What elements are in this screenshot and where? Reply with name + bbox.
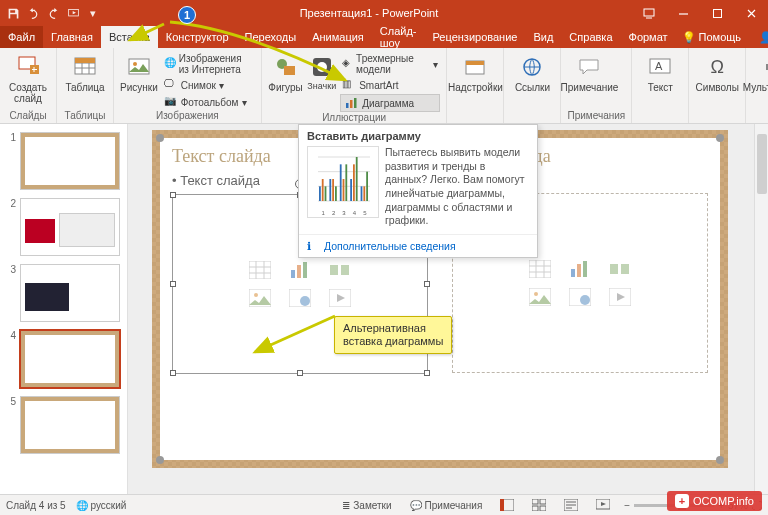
album-icon: 📷	[164, 95, 178, 109]
slide-thumb-3[interactable]: 3	[0, 260, 127, 326]
ph-video-icon[interactable]	[329, 289, 351, 307]
tab-transitions[interactable]: Переходы	[237, 26, 305, 48]
svg-point-30	[300, 296, 310, 306]
svg-rect-14	[350, 100, 353, 108]
tab-home[interactable]: Главная	[43, 26, 101, 48]
symbols-button[interactable]: ΩСимволы	[695, 50, 739, 93]
qat-more-icon[interactable]: ▾	[84, 4, 102, 22]
icons-button[interactable]: Значки	[307, 50, 336, 92]
slide-thumbnails-pane[interactable]: 1 2 3 4 5	[0, 124, 128, 494]
tab-help[interactable]: Справка	[561, 26, 620, 48]
ph-picture-icon[interactable]	[249, 289, 271, 307]
smartart-icon: ▥	[342, 78, 356, 92]
view-normal-icon[interactable]	[496, 499, 518, 511]
3d-models-button[interactable]: ◈Трехмерные модели ▾	[340, 52, 440, 76]
svg-rect-17	[466, 61, 484, 65]
undo-icon[interactable]	[24, 4, 42, 22]
corner-pin-icon	[156, 134, 164, 142]
ph-online-picture-icon[interactable]	[289, 289, 311, 307]
ph-picture-icon[interactable]	[529, 288, 551, 306]
tab-insert[interactable]: Вставка	[101, 26, 158, 48]
chart-button[interactable]: Диаграмма	[340, 94, 440, 112]
comment-button[interactable]: Примечание	[567, 50, 611, 93]
svg-rect-35	[583, 261, 587, 277]
svg-rect-24	[303, 262, 307, 278]
maximize-button[interactable]	[700, 0, 734, 26]
ph-online-picture-icon[interactable]	[569, 288, 591, 306]
scrollbar-thumb[interactable]	[757, 134, 767, 194]
svg-text:A: A	[655, 60, 663, 72]
svg-rect-71	[532, 506, 538, 511]
svg-rect-22	[291, 270, 295, 278]
minimize-button[interactable]	[666, 0, 700, 26]
svg-rect-10	[284, 66, 295, 75]
watermark: +OCOMP.info	[667, 491, 762, 511]
comments-pane-button[interactable]: 💬 Примечания	[406, 500, 487, 511]
ph-smartart-icon[interactable]	[609, 260, 631, 278]
status-slide-number: Слайд 4 из 5	[6, 500, 66, 511]
addins-button[interactable]: Надстройки	[453, 50, 497, 93]
svg-rect-37	[621, 264, 629, 274]
svg-rect-48	[329, 179, 331, 201]
slide-thumb-5[interactable]: 5	[0, 392, 127, 458]
svg-rect-61	[366, 172, 368, 201]
tab-review[interactable]: Рецензирование	[425, 26, 526, 48]
tab-file[interactable]: Файл	[0, 26, 43, 48]
new-slide-button[interactable]: Создать слайд	[6, 50, 50, 104]
save-icon[interactable]	[4, 4, 22, 22]
notes-button[interactable]: ≣ Заметки	[338, 500, 395, 511]
ph-chart-icon[interactable]	[569, 260, 591, 278]
smartart-button[interactable]: ▥SmartArt	[340, 77, 440, 93]
tab-design[interactable]: Конструктор	[158, 26, 237, 48]
group-tables-label: Таблицы	[63, 110, 107, 123]
svg-rect-36	[610, 264, 618, 274]
close-button[interactable]	[734, 0, 768, 26]
tab-view[interactable]: Вид	[525, 26, 561, 48]
ph-video-icon[interactable]	[609, 288, 631, 306]
zoom-out-icon[interactable]: −	[624, 500, 630, 511]
links-button[interactable]: Ссылки	[510, 50, 554, 93]
text-button[interactable]: AТекст	[638, 50, 682, 93]
pictures-button[interactable]: Рисунки	[120, 50, 158, 93]
redo-icon[interactable]	[44, 4, 62, 22]
table-button[interactable]: Таблица	[63, 50, 107, 93]
ribbon-display-options-icon[interactable]	[632, 0, 666, 26]
ph-smartart-icon[interactable]	[329, 261, 351, 279]
view-slideshow-icon[interactable]	[592, 499, 614, 511]
screenshot-button[interactable]: 🖵Снимок ▾	[162, 77, 255, 93]
ph-chart-icon[interactable]	[289, 261, 311, 279]
tab-animations[interactable]: Анимация	[304, 26, 372, 48]
slide-thumb-1[interactable]: 1	[0, 128, 127, 194]
start-slideshow-icon[interactable]	[64, 4, 82, 22]
svg-rect-6	[75, 58, 95, 63]
tab-format[interactable]: Формат	[621, 26, 676, 48]
view-sorter-icon[interactable]	[528, 499, 550, 511]
svg-rect-56	[363, 186, 365, 201]
vertical-scrollbar[interactable]	[754, 124, 768, 494]
share-button[interactable]: 👤Общий доступ	[753, 25, 768, 49]
tab-slideshow[interactable]: Слайд-шоу	[372, 26, 425, 48]
svg-rect-13	[346, 103, 349, 108]
ph-table-icon[interactable]	[529, 260, 551, 278]
tell-me[interactable]: 💡Помощь	[676, 31, 748, 44]
status-language[interactable]: 🌐 русский	[76, 500, 127, 511]
media-button[interactable]: Мультимедиа	[752, 50, 768, 93]
slide-thumb-4[interactable]: 4	[0, 326, 127, 392]
online-pictures-button[interactable]: 🌐Изображения из Интернета	[162, 52, 255, 76]
svg-rect-23	[297, 265, 301, 278]
view-reading-icon[interactable]	[560, 499, 582, 511]
tooltip-more-link[interactable]: Дополнительные сведения	[299, 234, 537, 257]
photo-album-button[interactable]: 📷Фотоальбом ▾	[162, 94, 255, 110]
shapes-icon	[273, 54, 299, 80]
slide-editor[interactable]: Текст слайда • Текст слайда	[128, 124, 768, 494]
svg-rect-2	[713, 9, 721, 17]
slide-thumb-2[interactable]: 2	[0, 194, 127, 260]
addins-icon	[462, 54, 488, 80]
svg-rect-53	[332, 179, 334, 201]
ph-table-icon[interactable]	[249, 261, 271, 279]
svg-rect-72	[540, 506, 546, 511]
tooltip-title: Вставить диаграмму	[299, 125, 537, 144]
svg-rect-52	[322, 179, 324, 201]
shapes-button[interactable]: Фигуры	[268, 50, 304, 93]
svg-text:4: 4	[353, 210, 357, 216]
